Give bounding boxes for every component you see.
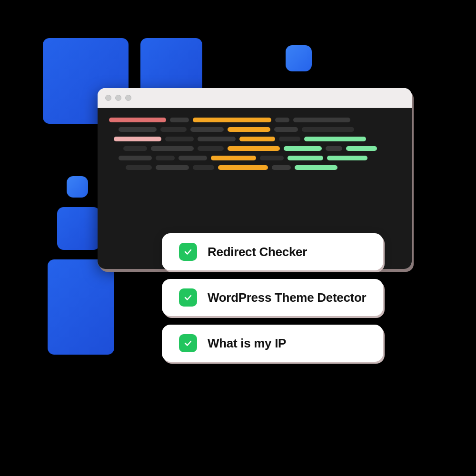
browser-dot-green (125, 95, 131, 101)
code-bar (275, 118, 289, 122)
code-bar (346, 146, 377, 151)
code-line-6 (109, 165, 400, 170)
code-bar (165, 137, 194, 141)
code-bar (293, 118, 350, 122)
check-badge-redirect (179, 243, 197, 261)
code-line-4 (109, 146, 400, 151)
code-bar (272, 165, 291, 170)
code-line-3 (109, 137, 400, 141)
code-bar (151, 146, 194, 151)
browser-titlebar (98, 88, 412, 108)
code-bar (239, 137, 275, 141)
code-bar (178, 156, 207, 160)
code-line-2 (109, 127, 400, 132)
code-bar (156, 156, 175, 160)
code-bar (198, 146, 224, 151)
blue-square-left-large (48, 259, 114, 355)
code-bar (274, 127, 298, 132)
code-bar (279, 137, 300, 141)
code-bar (228, 146, 280, 151)
code-bar (260, 156, 284, 160)
code-bar (193, 165, 214, 170)
check-badge-wordpress (179, 288, 197, 307)
code-bar (326, 146, 342, 151)
check-badge-ip (179, 334, 197, 352)
code-bar (302, 127, 354, 132)
feature-cards-area: Redirect Checker WordPress Theme Detecto… (162, 233, 383, 362)
browser-dot-red (105, 95, 111, 101)
feature-card-wordpress[interactable]: WordPress Theme Detector (162, 279, 383, 316)
code-bar (119, 127, 157, 132)
checkmark-icon-wordpress (183, 293, 193, 302)
checkmark-icon-redirect (183, 247, 193, 257)
blue-square-top-center (140, 38, 202, 95)
blue-square-left-small (67, 176, 88, 198)
blue-square-top-right (286, 45, 312, 71)
code-bar (119, 156, 152, 160)
feature-label-ip: What is my IP (208, 336, 286, 351)
code-bar (198, 137, 236, 141)
code-bar (218, 165, 268, 170)
code-bar (295, 165, 337, 170)
code-bar (190, 127, 224, 132)
code-bar (193, 118, 271, 122)
code-bar (304, 137, 366, 141)
code-bar (228, 127, 270, 132)
code-bar (156, 165, 189, 170)
code-bar (211, 156, 256, 160)
browser-dot-yellow (115, 95, 121, 101)
feature-label-wordpress: WordPress Theme Detector (208, 290, 366, 305)
scene: Redirect Checker WordPress Theme Detecto… (0, 0, 476, 476)
feature-label-redirect: Redirect Checker (208, 245, 307, 259)
code-bar (114, 137, 161, 141)
code-bar (109, 118, 166, 122)
code-bar (288, 156, 323, 160)
feature-card-whatismyip[interactable]: What is my IP (162, 325, 383, 362)
code-line-1 (109, 118, 400, 122)
code-bar (170, 118, 189, 122)
code-bar (327, 156, 367, 160)
code-bar (160, 127, 187, 132)
code-line-5 (109, 156, 400, 160)
code-bar (126, 165, 152, 170)
code-bar (284, 146, 322, 151)
checkmark-icon-ip (183, 338, 193, 348)
feature-card-redirect-checker[interactable]: Redirect Checker (162, 233, 383, 270)
code-bar (123, 146, 147, 151)
blue-square-left-medium (57, 207, 100, 250)
